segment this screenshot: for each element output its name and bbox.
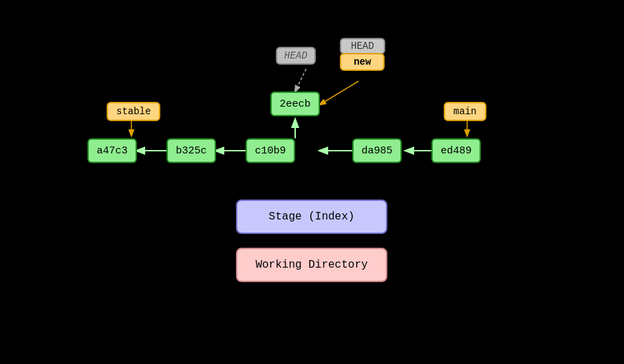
svg-line-8 (320, 81, 358, 105)
label-head-top: HEAD (340, 38, 385, 54)
commit-2eecb: 2eecb (270, 92, 320, 116)
commit-ed489: ed489 (431, 138, 481, 163)
label-new: new (340, 53, 385, 71)
svg-line-7 (295, 69, 306, 92)
label-main: main (444, 102, 486, 121)
working-directory-box: Working Directory (236, 248, 387, 282)
label-head-detached: HEAD (276, 47, 316, 65)
commit-da985: da985 (352, 138, 402, 163)
stage-index-box: Stage (Index) (236, 200, 387, 234)
commit-c10b9: c10b9 (246, 138, 295, 163)
label-head-new-group: HEAD new (340, 38, 385, 71)
commit-b325c: b325c (166, 138, 216, 163)
label-stable: stable (107, 102, 160, 121)
commit-a47c3: a47c3 (87, 138, 137, 163)
diagram-container: a47c3 b325c c10b9 2eecb da985 ed489 stab… (0, 0, 624, 364)
